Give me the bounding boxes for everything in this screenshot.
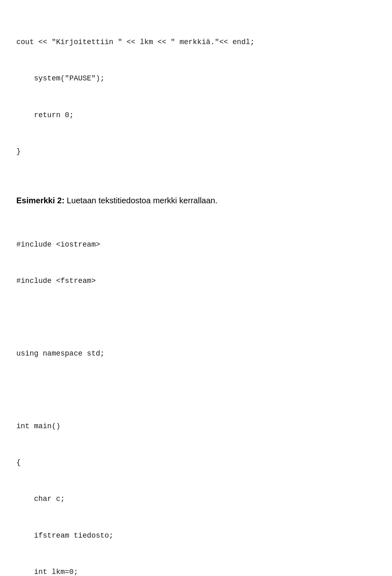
code-line-1: cout << "Kirjoitettiin " << lkm << " mer… [16, 36, 376, 49]
main-code-line-1: #include <fstream> [16, 275, 376, 287]
heading-bold: Esimerkki 2: [16, 196, 65, 205]
main-code-line-6: ifstream tiedosto; [16, 530, 376, 542]
main-code-line-blank-2 [16, 384, 376, 396]
main-code-line-3: int main() [16, 420, 376, 433]
main-code-line-2: using namespace std; [16, 348, 376, 360]
main-code-line-0: #include <iostream> [16, 239, 376, 251]
main-code-line-7: int lkm=0; [16, 566, 376, 576]
main-code-line-blank-1 [16, 311, 376, 324]
code-line-3: return 0; [16, 109, 376, 122]
page-content: cout << "Kirjoitettiin " << lkm << " mer… [16, 12, 376, 576]
heading-normal: Luetaan tekstitiedostoa merkki kerrallaa… [65, 196, 218, 205]
main-code-line-5: char c; [16, 493, 376, 505]
main-code-line-4: { [16, 457, 376, 469]
top-code-block: cout << "Kirjoitettiin " << lkm << " mer… [16, 12, 376, 182]
code-line-2: system("PAUSE"); [16, 73, 376, 85]
main-code-block: #include <iostream> #include <fstream> u… [16, 215, 376, 576]
section-heading: Esimerkki 2: Luetaan tekstitiedostoa mer… [16, 194, 376, 207]
code-line-4: } [16, 146, 376, 158]
